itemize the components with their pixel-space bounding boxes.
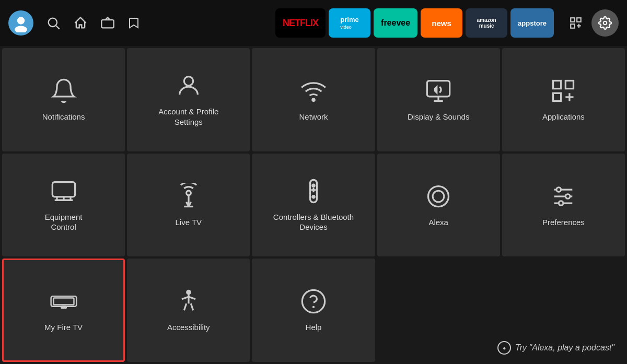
svg-point-10 [603, 21, 607, 25]
alexa-prompt: ● Try "Alexa, play a podcast" [497, 341, 614, 355]
svg-point-36 [312, 196, 315, 198]
person-icon [175, 72, 202, 99]
settings-tile-controllers[interactable]: Controllers & BluetoothDevices [252, 154, 375, 257]
svg-point-42 [566, 194, 571, 198]
nav-left [8, 10, 140, 36]
svg-rect-18 [553, 93, 561, 101]
settings-grid: Notifications Account & ProfileSettings … [0, 46, 627, 364]
primevideo-label: primevideo [340, 16, 358, 30]
settings-tile-live-tv[interactable]: Live TV [127, 154, 250, 257]
svg-point-40 [556, 187, 561, 192]
home-icon[interactable] [73, 16, 88, 30]
accessibility-label: Accessibility [167, 322, 210, 333]
svg-rect-7 [571, 24, 575, 28]
nav-apps: NETFLIX primevideo freevee news amazonmu… [275, 8, 554, 38]
news-label: news [432, 19, 451, 28]
sliders-icon [550, 183, 577, 210]
display-icon [425, 77, 452, 104]
svg-point-1 [15, 26, 27, 32]
settings-tile-alexa[interactable]: Alexa [377, 154, 500, 257]
alexa-label: Alexa [428, 217, 448, 228]
svg-rect-13 [427, 81, 450, 97]
news-button[interactable]: news [421, 8, 462, 38]
preferences-label: Preferences [542, 217, 585, 228]
applications-label: Applications [542, 112, 585, 122]
svg-rect-4 [101, 20, 113, 28]
accessibility-icon [175, 288, 202, 315]
settings-tile-applications[interactable]: Applications [502, 48, 625, 151]
search-icon[interactable] [46, 16, 61, 30]
settings-tile-network[interactable]: Network [252, 48, 375, 151]
settings-tile-account[interactable]: Account & ProfileSettings [127, 48, 250, 151]
svg-rect-6 [577, 18, 581, 22]
settings-icon[interactable] [591, 9, 619, 37]
svg-point-44 [559, 201, 564, 205]
svg-point-27 [186, 191, 191, 195]
settings-tile-notifications[interactable]: Notifications [2, 48, 125, 151]
settings-tile-equipment-control[interactable]: EquipmentControl [2, 154, 125, 257]
svg-rect-47 [61, 307, 66, 308]
netflix-label: NETFLIX [283, 18, 318, 29]
freevee-button[interactable]: freevee [374, 8, 417, 38]
svg-point-48 [187, 291, 191, 295]
amazonmusic-button[interactable]: amazonmusic [466, 8, 507, 38]
empty-tile-1 [377, 259, 500, 362]
help-icon [300, 288, 327, 315]
account-label: Account & ProfileSettings [158, 107, 218, 127]
network-label: Network [299, 112, 328, 122]
settings-tile-help[interactable]: Help [252, 259, 375, 362]
alexa-prompt-text: Try "Alexa, play a podcast" [515, 343, 614, 353]
top-nav: NETFLIX primevideo freevee news amazonmu… [0, 0, 627, 46]
bell-icon [50, 77, 77, 104]
svg-point-11 [184, 77, 193, 86]
notifications-label: Notifications [42, 112, 85, 122]
antenna-icon [175, 183, 202, 210]
netflix-button[interactable]: NETFLIX [275, 8, 326, 38]
alexa-icon [425, 183, 452, 210]
svg-rect-17 [566, 81, 574, 89]
settings-tile-preferences[interactable]: Preferences [502, 154, 625, 257]
display-sounds-label: Display & Sounds [408, 112, 469, 122]
appstore-button[interactable]: appstore [510, 8, 554, 38]
svg-point-38 [433, 191, 444, 202]
wifi-icon [300, 77, 327, 104]
appstore-label: appstore [518, 19, 547, 27]
avatar[interactable] [8, 10, 33, 36]
remote-icon [300, 178, 327, 205]
svg-point-0 [17, 17, 25, 24]
svg-point-12 [312, 99, 315, 101]
settings-tile-display-sounds[interactable]: Display & Sounds [377, 48, 500, 151]
freevee-label: freevee [381, 18, 410, 28]
equipment-control-label: EquipmentControl [45, 212, 83, 232]
svg-rect-16 [553, 81, 561, 89]
apps-icon [550, 77, 577, 104]
firetv-icon [50, 288, 77, 315]
amazonmusic-label: amazonmusic [477, 17, 496, 29]
primevideo-button[interactable]: primevideo [329, 8, 370, 38]
svg-point-2 [49, 18, 57, 27]
svg-rect-5 [571, 18, 575, 22]
my-fire-tv-label: My Fire TV [44, 322, 83, 333]
settings-tile-accessibility[interactable]: Accessibility [127, 259, 250, 362]
help-label: Help [306, 322, 322, 333]
svg-point-33 [312, 184, 315, 186]
svg-rect-46 [53, 298, 74, 305]
settings-tile-my-fire-tv[interactable]: My Fire TV [2, 259, 125, 362]
bookmark-icon[interactable] [127, 16, 140, 30]
grid-icon[interactable] [562, 9, 589, 37]
controllers-label: Controllers & BluetoothDevices [273, 212, 354, 232]
svg-line-3 [56, 26, 59, 29]
nav-right-icons [562, 9, 619, 37]
svg-point-37 [428, 186, 449, 206]
live-tv-label: Live TV [175, 217, 202, 228]
alexa-prompt-icon: ● [497, 341, 511, 355]
monitor-icon [50, 178, 77, 205]
svg-rect-21 [52, 182, 75, 197]
svg-point-50 [302, 290, 324, 313]
tv-icon[interactable] [100, 16, 115, 30]
